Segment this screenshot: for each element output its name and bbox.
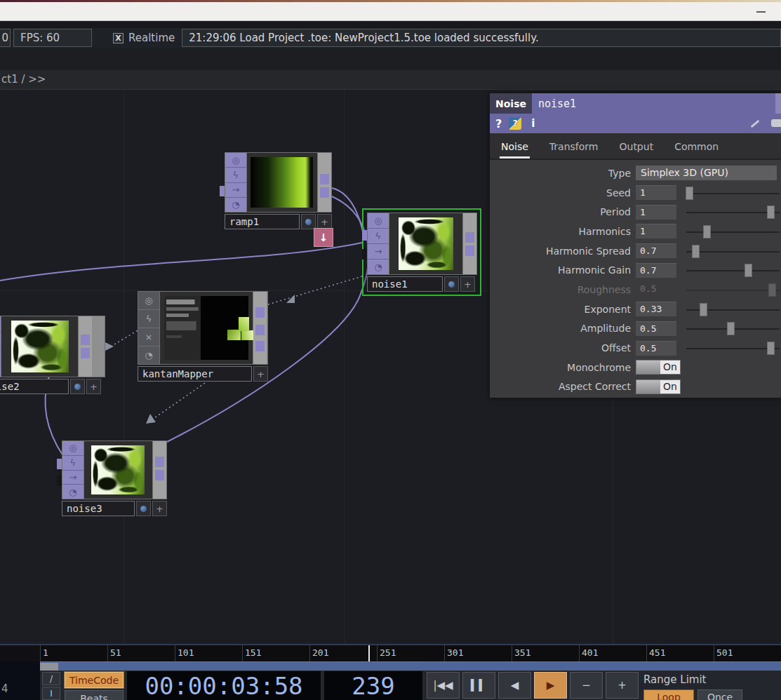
range-handle[interactable] xyxy=(40,663,58,671)
param-value-field[interactable]: 0.5 xyxy=(636,341,676,356)
output-connector[interactable] xyxy=(320,187,329,198)
param-label[interactable]: Amplitude xyxy=(490,323,636,334)
slider-handle[interactable] xyxy=(686,187,693,200)
output-connector[interactable] xyxy=(155,470,164,480)
param-label[interactable]: Aspect Correct xyxy=(490,381,636,392)
export-arrow-icon[interactable]: → xyxy=(62,471,84,485)
node-viewer-toggle[interactable] xyxy=(70,379,85,394)
param-slider[interactable] xyxy=(686,309,780,311)
node-viewer-toggle[interactable] xyxy=(136,501,151,516)
lock-icon[interactable]: ◔ xyxy=(368,260,389,274)
input-connector[interactable] xyxy=(362,230,367,241)
node-viewer-toggle[interactable] xyxy=(444,276,459,292)
output-connector[interactable] xyxy=(155,457,164,467)
param-slider[interactable] xyxy=(686,270,780,271)
node-noise3[interactable]: ◎ϟ→◔ noise3 + xyxy=(62,440,167,516)
slider-handle[interactable] xyxy=(700,303,707,316)
param-label[interactable]: Roughness xyxy=(490,284,636,295)
node-name-field[interactable]: noise3 xyxy=(62,501,135,516)
tab-common[interactable]: Common xyxy=(673,141,720,159)
slider-handle[interactable] xyxy=(768,283,776,297)
param-label[interactable]: Harmonic Gain xyxy=(490,264,636,276)
param-slider[interactable] xyxy=(686,231,780,233)
minimize-icon[interactable] xyxy=(756,11,766,13)
node-noise2[interactable]: ◎ϟ→◔ noise2 + xyxy=(0,316,105,394)
flag-icon[interactable]: ϟ xyxy=(225,168,246,182)
slash-button[interactable]: / xyxy=(42,672,60,685)
viewer-icon[interactable]: ◎ xyxy=(62,441,84,455)
info-icon[interactable]: i xyxy=(531,117,535,130)
ruler-tick[interactable]: 401 xyxy=(579,645,646,661)
param-value-field[interactable]: 0.5 xyxy=(636,282,676,297)
param-value-field[interactable]: 0.7 xyxy=(636,263,676,278)
param-label[interactable]: Offset xyxy=(490,342,636,354)
node-kantanmapper[interactable]: ◎ϟ×◔ kantanMapper + xyxy=(138,291,268,382)
slider-handle[interactable] xyxy=(767,206,775,219)
node-ramp1[interactable]: ◎ϟ→◔ ramp1 + xyxy=(225,152,332,229)
beats-mode-button[interactable]: Beats xyxy=(65,690,124,700)
param-slider[interactable] xyxy=(686,212,780,213)
pause-button[interactable]: ▍▍ xyxy=(462,672,495,699)
node-name-field[interactable]: noise1 xyxy=(367,276,443,292)
slider-handle[interactable] xyxy=(745,264,752,277)
param-label[interactable]: Monochrome xyxy=(490,362,636,373)
output-connector[interactable] xyxy=(255,307,265,318)
param-toggle[interactable]: On xyxy=(636,379,681,394)
param-dropdown[interactable]: Simplex 3D (GPU) xyxy=(636,166,777,180)
input-connector[interactable] xyxy=(57,476,62,486)
timecode-mode-button[interactable]: TimeCode xyxy=(65,672,124,688)
drop-arrow-button[interactable]: ↓ xyxy=(314,228,333,247)
timeline-range-bar[interactable] xyxy=(40,661,781,671)
ruler-tick[interactable]: 451 xyxy=(646,645,714,661)
output-connector[interactable] xyxy=(320,174,329,184)
decrement-frame-button[interactable]: − xyxy=(570,672,603,699)
output-connector[interactable] xyxy=(81,335,90,345)
param-value-field[interactable]: 1 xyxy=(636,185,676,200)
viewer-icon[interactable]: ◎ xyxy=(225,153,246,167)
node-plus-button[interactable]: + xyxy=(317,214,332,229)
param-value-field[interactable]: 0.7 xyxy=(636,243,676,258)
lock-icon[interactable]: ◔ xyxy=(225,198,246,212)
node-name-field[interactable]: noise2 xyxy=(0,379,69,394)
node-viewer-toggle[interactable] xyxy=(301,214,316,229)
tab-output[interactable]: Output xyxy=(618,141,655,159)
slider-handle[interactable] xyxy=(767,342,775,355)
once-button[interactable]: Once xyxy=(697,689,742,700)
node-plus-button[interactable]: + xyxy=(253,366,268,382)
output-connector[interactable] xyxy=(465,232,474,243)
param-label[interactable]: Harmonic Spread xyxy=(490,245,636,257)
increment-frame-button[interactable]: + xyxy=(606,672,639,699)
param-slider[interactable] xyxy=(686,251,780,253)
ibeam-button[interactable]: I xyxy=(42,687,60,700)
param-label[interactable]: Exponent xyxy=(490,304,636,315)
param-value-field[interactable]: 1 xyxy=(636,224,676,238)
ruler-tick[interactable]: 51 xyxy=(107,645,175,661)
operator-name-field[interactable]: noise1 xyxy=(532,93,775,114)
close-icon[interactable]: × xyxy=(138,328,159,346)
ruler-tick[interactable]: 501 xyxy=(714,645,781,661)
viewer-icon[interactable]: ◎ xyxy=(368,213,389,228)
param-toggle[interactable]: On xyxy=(636,360,681,375)
timeline-ruler[interactable]: 151101151201251301351401451501 xyxy=(0,645,781,661)
flag-icon[interactable]: ϟ xyxy=(138,310,159,328)
param-label[interactable]: Type xyxy=(490,168,636,179)
param-value-field[interactable]: 0.5 xyxy=(636,321,676,336)
input-connector[interactable] xyxy=(57,459,62,469)
lock-icon[interactable]: ◔ xyxy=(62,485,84,499)
flag-icon[interactable]: ϟ xyxy=(62,456,84,470)
slider-handle[interactable] xyxy=(727,322,735,335)
param-label[interactable]: Period xyxy=(490,206,636,217)
comment-icon[interactable] xyxy=(771,119,781,127)
rewind-button[interactable]: |◀◀ xyxy=(427,672,460,699)
ruler-tick[interactable]: 301 xyxy=(444,645,512,661)
realtime-toggle[interactable]: X Realtime xyxy=(113,32,175,44)
ruler-tick[interactable]: 151 xyxy=(242,645,309,661)
param-label[interactable]: Seed xyxy=(490,187,636,198)
loop-button[interactable]: Loop xyxy=(643,689,694,700)
node-name-field[interactable]: ramp1 xyxy=(225,214,300,229)
param-label[interactable]: Harmonics xyxy=(490,226,636,237)
input-connector[interactable] xyxy=(220,186,225,196)
ruler-tick[interactable]: 201 xyxy=(309,645,377,661)
breadcrumb[interactable]: ct1 / >> xyxy=(0,70,781,90)
frame-display[interactable]: 239 xyxy=(324,671,422,700)
